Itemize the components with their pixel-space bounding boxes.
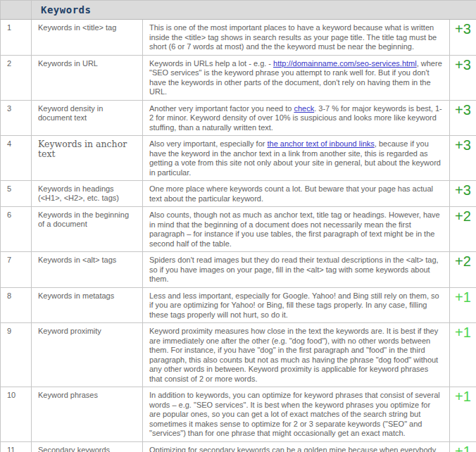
table-row: 3Keyword density in document textAnother… xyxy=(1,100,476,136)
description-text: This is one of the most important places… xyxy=(149,23,437,51)
factor-name: Keywords in the beginning of a document xyxy=(32,207,143,252)
score-value: +2 xyxy=(455,208,471,224)
score-cell: +2 xyxy=(450,252,476,288)
score-value: +3 xyxy=(455,57,471,73)
factor-name: Keyword proximity xyxy=(32,323,143,387)
factor-description: Keywords in URLs help a lot - e.g. - htt… xyxy=(143,55,450,100)
score-value: +1 xyxy=(455,289,471,305)
description-text: Keyword proximity measures how close in … xyxy=(149,327,438,383)
table-row: 7Keywords in <alt> tagsSpiders don't rea… xyxy=(1,252,476,288)
row-number: 4 xyxy=(1,136,32,181)
factor-name: Keywords in metatags xyxy=(32,287,143,323)
description-text: Also counts, though not as much as ancho… xyxy=(149,211,440,248)
row-number: 3 xyxy=(1,100,32,136)
factor-description: In addition to keywords, you can optimiz… xyxy=(143,387,450,442)
table-row: 5Keywords in headings (<H1>, <H2>, etc. … xyxy=(1,181,476,207)
factor-description: Also counts, though not as much as ancho… xyxy=(143,207,450,252)
factor-name: Keyword density in document text xyxy=(32,100,143,136)
score-value: +2 xyxy=(455,253,471,269)
score-value: +1 xyxy=(455,389,471,404)
score-value: +3 xyxy=(455,182,471,198)
score-cell: +3 xyxy=(450,20,476,56)
row-number: 11 xyxy=(1,441,32,452)
inline-link[interactable]: check xyxy=(294,104,314,113)
table-header: Keywords xyxy=(1,1,476,20)
row-number: 10 xyxy=(1,387,32,442)
score-cell: +3 xyxy=(450,136,476,181)
table-body: 1Keywords in <title> tagThis is one of t… xyxy=(1,20,476,452)
factor-description: Keyword proximity measures how close in … xyxy=(143,323,450,387)
score-cell: +1 xyxy=(450,387,476,442)
factor-description: Spiders don't read images but they do re… xyxy=(143,252,450,288)
table-row: 2Keywords in URLKeywords in URLs help a … xyxy=(1,55,476,100)
factor-description: Another very important factor you need t… xyxy=(143,100,450,136)
factor-description: Also very important, especially for the … xyxy=(143,136,450,181)
row-number: 8 xyxy=(1,287,32,323)
row-number: 2 xyxy=(1,55,32,100)
factor-name: Secondary keywords xyxy=(32,441,143,452)
score-cell: +3 xyxy=(450,55,476,100)
factor-description: One more place where keywords count a lo… xyxy=(143,181,450,207)
row-number: 9 xyxy=(1,323,32,387)
description-text: Another very important factor you need t… xyxy=(149,104,294,113)
header-empty-cell xyxy=(1,1,32,20)
table-header-title: Keywords xyxy=(32,1,476,20)
score-cell: +1 xyxy=(450,287,476,323)
factor-name: Keywords in anchor text xyxy=(32,136,143,181)
score-value: +3 xyxy=(455,137,471,153)
table-row: 6Keywords in the beginning of a document… xyxy=(1,207,476,252)
description-text: Spiders don't read images but they do re… xyxy=(149,256,439,283)
table-row: 8Keywords in metatagsLess and less impor… xyxy=(1,287,476,323)
factor-description: Optimizing for secondary keywords can be… xyxy=(143,441,450,452)
score-cell: +1 xyxy=(450,441,476,452)
factor-name: Keyword phrases xyxy=(32,387,143,442)
score-value: +3 xyxy=(455,21,471,37)
description-text: Also very important, especially for xyxy=(149,139,268,148)
description-text: One more place where keywords count a lo… xyxy=(149,184,433,203)
factor-name: Keywords in headings (<H1>, <H2>, etc. t… xyxy=(32,181,143,207)
description-text: Keywords in URLs help a lot - e.g. - xyxy=(149,59,273,68)
factor-description: This is one of the most important places… xyxy=(143,20,450,56)
score-cell: +3 xyxy=(450,100,476,136)
row-number: 1 xyxy=(1,20,32,56)
table-row: 10Keyword phrasesIn addition to keywords… xyxy=(1,387,476,442)
description-text: In addition to keywords, you can optimiz… xyxy=(149,391,440,437)
factor-description: Less and less important, especially for … xyxy=(143,287,450,323)
table-row: 4Keywords in anchor textAlso very import… xyxy=(1,136,476,181)
row-number: 6 xyxy=(1,207,32,252)
inline-link[interactable]: http://domainname.com/seo-services.html xyxy=(273,59,417,68)
factor-name: Keywords in <alt> tags xyxy=(32,252,143,288)
description-text: Optimizing for secondary keywords can be… xyxy=(149,446,436,452)
row-number: 5 xyxy=(1,181,32,207)
keywords-table: Keywords 1Keywords in <title> tagThis is… xyxy=(0,0,476,452)
table-row: 1Keywords in <title> tagThis is one of t… xyxy=(1,20,476,56)
factor-name: Keywords in URL xyxy=(32,55,143,100)
description-text: Less and less important, especially for … xyxy=(149,291,439,319)
inline-link[interactable]: the anchor text of inbound links xyxy=(268,139,375,148)
score-cell: +2 xyxy=(450,207,476,252)
score-cell: +3 xyxy=(450,181,476,207)
score-cell: +1 xyxy=(450,323,476,387)
score-value: +3 xyxy=(455,102,471,118)
score-value: +1 xyxy=(455,325,471,340)
table-row: 11Secondary keywordsOptimizing for secon… xyxy=(1,441,476,452)
score-value: +1 xyxy=(455,444,471,452)
factor-name: Keywords in <title> tag xyxy=(32,20,143,56)
table-row: 9Keyword proximityKeyword proximity meas… xyxy=(1,323,476,387)
row-number: 7 xyxy=(1,252,32,288)
